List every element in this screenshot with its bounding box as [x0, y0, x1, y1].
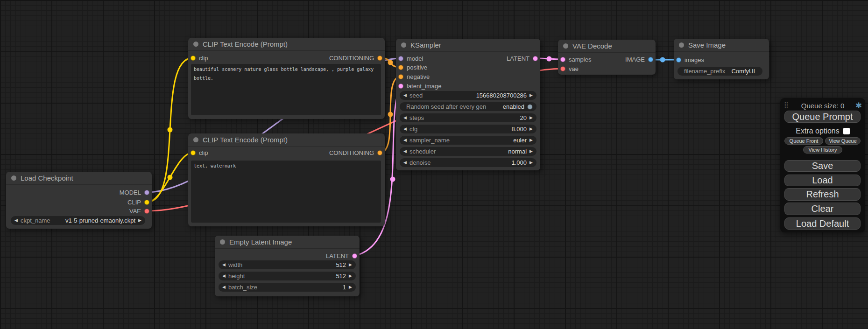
- input-port-negative[interactable]: [398, 74, 403, 79]
- input-port-vae[interactable]: [560, 66, 565, 71]
- collapse-dot-icon[interactable]: [193, 42, 198, 47]
- seed-widget[interactable]: ◀ seed 156680208700286 ▶: [400, 91, 536, 100]
- input-port-clip[interactable]: [191, 150, 196, 155]
- decrement-arrow-icon[interactable]: ◀: [403, 93, 407, 98]
- increment-arrow-icon[interactable]: ▶: [138, 218, 141, 223]
- prompt-textarea[interactable]: text, watermark: [191, 161, 381, 223]
- input-label: positive: [407, 64, 427, 71]
- increment-arrow-icon[interactable]: ▶: [529, 149, 533, 154]
- node-title: Load Checkpoint: [21, 174, 73, 182]
- increment-arrow-icon[interactable]: ▶: [529, 116, 533, 120]
- input-port-images[interactable]: [676, 57, 681, 63]
- node-clip-text-encode-negative[interactable]: CLIP Text Encode (Prompt) clip CONDITION…: [188, 133, 385, 226]
- node-header[interactable]: CLIP Text Encode (Prompt): [188, 38, 385, 51]
- increment-arrow-icon[interactable]: ▶: [349, 285, 352, 289]
- random-seed-toggle[interactable]: Random seed after every gen enabled: [400, 102, 536, 111]
- queue-panel: ⣿ Queue size: 0 ✱ Queue Prompt Extra opt…: [780, 98, 865, 232]
- link-dot: [388, 60, 393, 65]
- input-label: images: [685, 56, 704, 63]
- node-header[interactable]: Load Checkpoint: [6, 172, 152, 185]
- decrement-arrow-icon[interactable]: ◀: [403, 116, 407, 120]
- link-dot: [390, 177, 395, 182]
- batch-size-widget[interactable]: ◀ batch_size 1 ▶: [219, 283, 356, 292]
- increment-arrow-icon[interactable]: ▶: [349, 274, 352, 278]
- queue-prompt-button[interactable]: Queue Prompt: [784, 111, 861, 123]
- denoise-widget[interactable]: ◀ denoise 1.000 ▶: [400, 158, 536, 167]
- width-widget[interactable]: ◀ width 512 ▶: [219, 260, 356, 269]
- input-label: clip: [199, 55, 208, 62]
- prompt-textarea[interactable]: beautiful scenery nature glass bottle la…: [191, 64, 381, 115]
- node-header[interactable]: Empty Latent Image: [215, 236, 360, 249]
- input-port-clip[interactable]: [191, 56, 196, 61]
- input-port-samples[interactable]: [560, 57, 565, 62]
- settings-gear-icon[interactable]: ✱: [855, 101, 862, 111]
- refresh-button[interactable]: Refresh: [784, 188, 861, 201]
- input-port-model[interactable]: [398, 56, 403, 61]
- node-header[interactable]: VAE Decode: [558, 40, 656, 53]
- increment-arrow-icon[interactable]: ▶: [529, 93, 533, 98]
- collapse-dot-icon[interactable]: [401, 42, 406, 48]
- filename-prefix-widget[interactable]: filename_prefix ComfyUI: [677, 67, 762, 76]
- widget-label: batch_size: [228, 284, 257, 291]
- increment-arrow-icon[interactable]: ▶: [529, 161, 533, 165]
- decrement-arrow-icon[interactable]: ◀: [222, 285, 226, 289]
- node-title: CLIP Text Encode (Prompt): [203, 136, 288, 144]
- load-default-button[interactable]: Load Default: [784, 217, 861, 230]
- output-label: VAE: [129, 208, 141, 215]
- steps-widget[interactable]: ◀ steps 20 ▶: [400, 113, 536, 122]
- increment-arrow-icon[interactable]: ▶: [529, 138, 533, 142]
- node-vae-decode[interactable]: VAE Decode samples IMAGE vae: [558, 40, 656, 75]
- node-header[interactable]: KSampler: [396, 39, 540, 52]
- decrement-arrow-icon[interactable]: ◀: [403, 161, 407, 165]
- height-widget[interactable]: ◀ height 512 ▶: [219, 272, 356, 280]
- widget-value: euler: [513, 137, 527, 144]
- input-port-latent-image[interactable]: [398, 84, 403, 89]
- output-port-model[interactable]: [144, 190, 149, 195]
- collapse-dot-icon[interactable]: [563, 43, 568, 49]
- input-port-positive[interactable]: [398, 65, 403, 70]
- node-empty-latent-image[interactable]: Empty Latent Image LATENT ◀ width 512 ▶ …: [215, 236, 360, 296]
- output-port-image[interactable]: [648, 57, 653, 62]
- link-dot: [168, 175, 173, 180]
- decrement-arrow-icon[interactable]: ◀: [403, 149, 407, 154]
- sampler-name-widget[interactable]: ◀ sampler_name euler ▶: [400, 136, 536, 145]
- widget-value: 1: [343, 284, 346, 291]
- node-ksampler[interactable]: KSampler model LATENT positive negative …: [396, 39, 540, 170]
- output-port-clip[interactable]: [144, 200, 149, 205]
- decrement-arrow-icon[interactable]: ◀: [403, 138, 407, 142]
- queue-front-button[interactable]: Queue Front: [784, 137, 823, 145]
- save-button[interactable]: Save: [784, 160, 861, 172]
- output-port-conditioning[interactable]: [377, 150, 382, 155]
- collapse-dot-icon[interactable]: [11, 175, 16, 181]
- increment-arrow-icon[interactable]: ▶: [529, 127, 533, 131]
- view-queue-button[interactable]: View Queue: [825, 137, 861, 145]
- node-clip-text-encode-positive[interactable]: CLIP Text Encode (Prompt) clip CONDITION…: [188, 38, 385, 119]
- decrement-arrow-icon[interactable]: ◀: [403, 127, 407, 131]
- clear-button[interactable]: Clear: [784, 203, 861, 215]
- input-label: samples: [569, 56, 591, 63]
- view-history-button[interactable]: View History: [803, 146, 842, 154]
- node-save-image[interactable]: Save Image images filename_prefix ComfyU…: [674, 39, 769, 79]
- extra-options-checkbox[interactable]: [843, 128, 850, 134]
- load-button[interactable]: Load: [784, 175, 861, 186]
- cfg-widget[interactable]: ◀ cfg 8.000 ▶: [400, 125, 536, 133]
- output-port-latent[interactable]: [352, 253, 357, 259]
- node-header[interactable]: Save Image: [674, 39, 769, 52]
- collapse-dot-icon[interactable]: [220, 239, 225, 245]
- decrement-arrow-icon[interactable]: ◀: [222, 263, 226, 267]
- toggle-circle-icon[interactable]: [527, 104, 533, 110]
- ckpt-name-widget[interactable]: ◀ ckpt_name v1-5-pruned-emaonly.ckpt ▶: [11, 216, 145, 225]
- output-port-conditioning[interactable]: [377, 56, 382, 61]
- scheduler-widget[interactable]: ◀ scheduler normal ▶: [400, 147, 536, 156]
- node-load-checkpoint[interactable]: Load Checkpoint MODEL CLIP VAE ◀ ckpt_na…: [6, 172, 152, 229]
- increment-arrow-icon[interactable]: ▶: [349, 263, 352, 267]
- drag-handle-icon[interactable]: ⣿: [784, 101, 789, 108]
- collapse-dot-icon[interactable]: [193, 137, 198, 142]
- node-header[interactable]: CLIP Text Encode (Prompt): [188, 133, 385, 147]
- widget-value: 512: [336, 273, 346, 280]
- output-port-latent[interactable]: [533, 56, 538, 61]
- decrement-arrow-icon[interactable]: ◀: [222, 274, 226, 278]
- collapse-dot-icon[interactable]: [679, 42, 684, 48]
- decrement-arrow-icon[interactable]: ◀: [14, 218, 18, 223]
- output-port-vae[interactable]: [144, 209, 149, 214]
